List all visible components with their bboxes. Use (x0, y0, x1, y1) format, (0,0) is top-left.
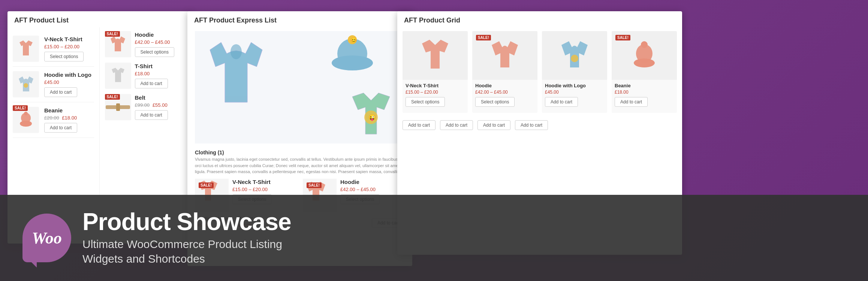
list-item: SALE! Belt £99.00 £55.00 (105, 94, 186, 120)
product-name: Hoodie (475, 83, 534, 88)
product-price: £20.00 £18.00 (44, 115, 94, 121)
svg-marker-0 (19, 40, 33, 55)
add-to-cart-button[interactable]: Add to cart (44, 123, 77, 133)
svg-point-18 (571, 55, 578, 62)
select-options-button[interactable]: Select options (135, 47, 174, 57)
product-price: £42.00 – £45.00 (340, 187, 405, 192)
hoodie-logo-grid-icon (556, 37, 593, 74)
product-card: Hoodie with Logo £45.00 Add to cart (542, 31, 607, 113)
panel-right-title: AFT Product Grid (397, 11, 682, 27)
woo-logo: Woo (22, 214, 71, 262)
add-to-cart-button[interactable]: Add to cart (440, 120, 473, 130)
product-info: Hoodie £42.00 – £45.00 Select options (135, 31, 186, 57)
add-to-cart-button[interactable]: Add to cart (615, 97, 648, 107)
sale-badge: SALE! (615, 35, 630, 40)
svg-marker-5 (112, 68, 124, 82)
product-price: £42.00 – £45.00 (475, 90, 534, 95)
product-card-img (542, 31, 607, 80)
hoodie-large-icon (199, 35, 274, 117)
product-name: Hoodie with Logo (545, 83, 604, 88)
select-options-button[interactable]: Select options (406, 97, 445, 107)
product-thumb (13, 71, 39, 97)
product-card: SALE! Beanie £18.00 Add to cart (612, 31, 677, 113)
svg-point-8 (230, 44, 242, 59)
product-card-info: Hoodie with Logo £45.00 Add to cart (542, 80, 607, 109)
hoodie-icon (108, 34, 128, 55)
product-name: Hoodie (340, 179, 405, 185)
list-item: SALE! Hoodie £42.00 – £45.00 (105, 31, 186, 57)
product-price: £18.00 (615, 90, 674, 95)
product-name: T-Shirt (135, 63, 186, 69)
product-price: £15.00 – £20.00 (406, 90, 465, 95)
product-card: SALE! Hoodie £42.00 – £45.00 Select opti… (472, 31, 537, 113)
overlay-title: Product Showcase (82, 210, 291, 234)
list-item: SALE! Beanie £20.00 £18.00 (13, 102, 94, 138)
product-price: £99.00 £55.00 (135, 102, 186, 108)
product-name: Hoodie with Logo (44, 72, 94, 78)
add-to-cart-button[interactable]: Add to cart (135, 110, 168, 120)
select-options-button[interactable]: Select options (44, 52, 84, 61)
sale-badge: SALE! (105, 94, 120, 100)
product-name: Hoodie (135, 31, 186, 38)
panel-left-title: AFT Product List (7, 11, 191, 27)
product-info: T-Shirt £18.00 Add to cart (135, 63, 186, 88)
overlay-box: Woo Product Showcase Ultimate WooCommerc… (0, 195, 868, 281)
overlay-subtitle: Ultimate WooCommerce Product Listing Wid… (82, 237, 291, 266)
product-price: £42.00 – £45.00 (135, 39, 186, 45)
belt-icon (106, 102, 130, 113)
hoodie-grid-icon (486, 37, 524, 74)
product-price: £15.00 – £20.00 (232, 187, 297, 192)
banner-container: AFT Product List V-Neck T-Shirt £15.00 –… (0, 0, 868, 281)
svg-point-4 (24, 112, 28, 115)
svg-rect-7 (116, 103, 120, 111)
tshirt-icon (16, 39, 36, 59)
product-card-img: SALE! (612, 31, 677, 80)
product-price: £45.00 (44, 79, 94, 85)
product-card-info: Hoodie £42.00 – £45.00 Select options (472, 80, 537, 109)
product-thumb (105, 63, 131, 89)
select-options-button[interactable]: Select options (475, 97, 515, 107)
panel-middle-title: AFT Product Express List (187, 11, 412, 27)
woo-logo-text: Woo (32, 229, 62, 248)
product-name: Beanie (44, 107, 94, 114)
product-price: £15.00 – £20.00 (44, 44, 94, 49)
product-card-img (403, 31, 468, 80)
sale-badge: SALE! (13, 105, 28, 111)
product-price: £18.00 (135, 71, 186, 76)
product-info: V-Neck T-Shirt £15.00 – £20.00 Select op… (44, 36, 94, 61)
overlay-text: Product Showcase Ultimate WooCommerce Pr… (82, 210, 291, 266)
list-item: V-Neck T-Shirt £15.00 – £20.00 Select op… (13, 31, 94, 67)
list-item: T-Shirt £18.00 Add to cart (105, 63, 186, 89)
description-text: Vivamus magna justo, lacinia eget consec… (195, 156, 405, 175)
tshirt2-icon (109, 66, 127, 85)
product-card-info: V-Neck T-Shirt £15.00 – £20.00 Select op… (403, 80, 468, 109)
svg-text:😊: 😊 (350, 37, 357, 43)
svg-point-1 (24, 83, 28, 88)
product-name: Beanie (615, 83, 674, 88)
product-info: Beanie £20.00 £18.00 Add to cart (44, 107, 94, 133)
product-name: V-Neck T-Shirt (406, 83, 465, 88)
add-to-cart-button[interactable]: Add to cart (515, 120, 548, 130)
add-to-cart-button[interactable]: Add to cart (403, 120, 435, 130)
list-item: Hoodie with Logo £45.00 Add to cart (13, 67, 94, 102)
add-to-cart-button[interactable]: Add to cart (477, 120, 510, 130)
tshirt-front-icon: 😜 (345, 89, 397, 142)
tshirt-grid-icon (416, 37, 454, 74)
add-to-cart-button[interactable]: Add to cart (545, 97, 578, 107)
product-grid: V-Neck T-Shirt £15.00 – £20.00 Select op… (397, 27, 682, 117)
sale-badge: SALE! (476, 35, 491, 40)
product-card-img: SALE! (472, 31, 537, 80)
add-to-cart-button[interactable]: Add to cart (44, 87, 77, 97)
hat-icon: 😊 (330, 33, 375, 74)
add-to-cart-button[interactable]: Add to cart (135, 79, 168, 88)
product-price: £45.00 (545, 90, 604, 95)
svg-text:😜: 😜 (368, 114, 376, 121)
grid-bottom-row: Add to cart Add to cart Add to cart Add … (397, 117, 682, 134)
product-thumb (13, 36, 39, 62)
beanie-icon (16, 111, 35, 129)
product-card: V-Neck T-Shirt £15.00 – £20.00 Select op… (403, 31, 468, 113)
sale-badge: SALE! (105, 31, 120, 37)
product-name: V-Neck T-Shirt (232, 179, 297, 185)
hoodie-logo-icon (16, 74, 36, 95)
product-info: Hoodie with Logo £45.00 Add to cart (44, 72, 94, 97)
